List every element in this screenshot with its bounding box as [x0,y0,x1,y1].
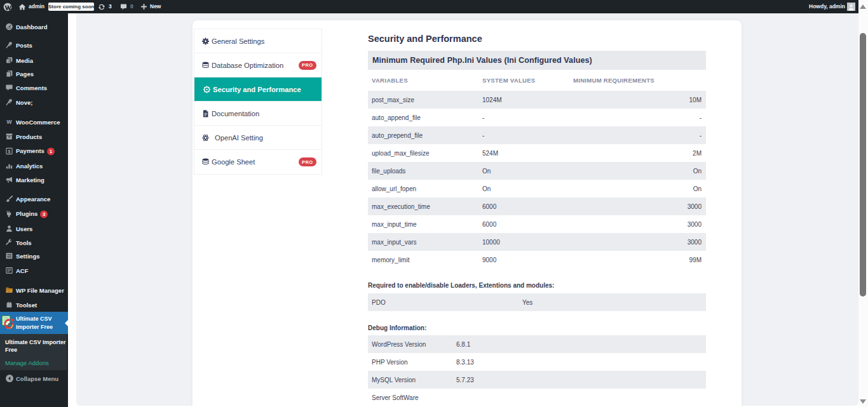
svg-text:w: w [6,118,12,125]
svg-text:$: $ [8,149,11,154]
